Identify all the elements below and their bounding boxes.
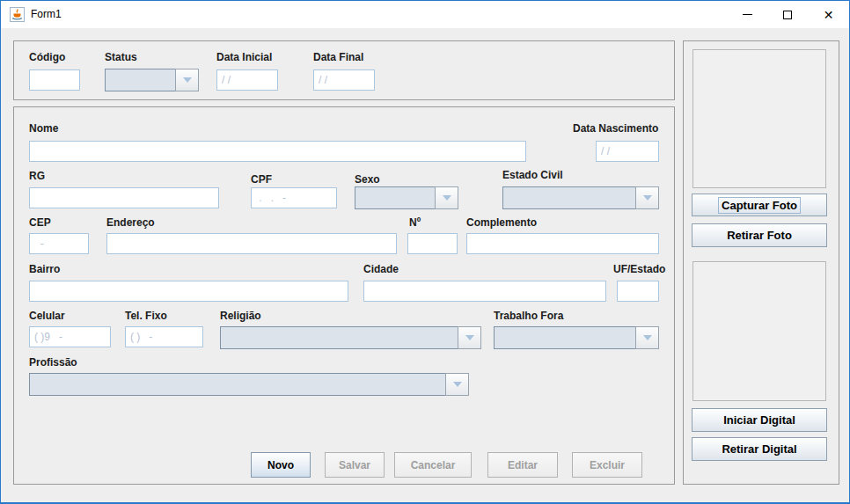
numero-label: Nº bbox=[409, 216, 421, 229]
cep-input[interactable] bbox=[29, 233, 89, 254]
trabalho-fora-combobox[interactable] bbox=[494, 326, 659, 349]
close-icon: ✕ bbox=[824, 8, 834, 22]
codigo-label: Código bbox=[29, 51, 65, 63]
profissao-combobox[interactable] bbox=[29, 373, 469, 396]
rg-label: RG bbox=[29, 170, 45, 182]
data-nascimento-label: Data Nascimento bbox=[573, 122, 658, 135]
status-label: Status bbox=[105, 51, 137, 63]
trabalho-fora-combobox-value bbox=[494, 326, 635, 349]
status-combobox[interactable] bbox=[105, 69, 199, 91]
status-combobox-button[interactable] bbox=[175, 69, 199, 91]
complemento-input[interactable] bbox=[466, 233, 659, 254]
nome-input[interactable] bbox=[29, 141, 526, 162]
tel-fixo-input[interactable] bbox=[125, 326, 203, 347]
chevron-down-icon bbox=[443, 195, 451, 201]
data-inicial-label: Data Inicial bbox=[216, 51, 272, 63]
celular-input[interactable] bbox=[29, 326, 111, 347]
religiao-combobox-button[interactable] bbox=[458, 326, 481, 349]
uf-estado-label: UF/Estado bbox=[613, 263, 665, 275]
trabalho-fora-combobox-button[interactable] bbox=[635, 326, 659, 349]
cidade-label: Cidade bbox=[363, 263, 399, 275]
numero-input[interactable] bbox=[407, 233, 458, 254]
codigo-input[interactable] bbox=[29, 69, 80, 91]
retirar-foto-button[interactable]: Retirar Foto bbox=[692, 223, 827, 247]
endereco-input[interactable] bbox=[106, 233, 397, 254]
tel-fixo-label: Tel. Fixo bbox=[125, 310, 167, 322]
cpf-label: CPF bbox=[251, 173, 272, 186]
sexo-label: Sexo bbox=[355, 173, 380, 186]
chevron-down-icon bbox=[643, 195, 652, 201]
window-title: Form1 bbox=[31, 8, 62, 20]
excluir-button[interactable]: Excluir bbox=[572, 452, 642, 478]
trabalho-fora-label: Trabalho Fora bbox=[494, 310, 563, 322]
estado-civil-combobox-button[interactable] bbox=[635, 186, 659, 209]
close-button[interactable]: ✕ bbox=[808, 1, 849, 28]
cidade-input[interactable] bbox=[363, 281, 606, 302]
chevron-down-icon bbox=[465, 335, 474, 340]
religiao-label: Religião bbox=[220, 310, 261, 322]
data-inicial-input[interactable] bbox=[216, 69, 278, 91]
complemento-label: Complemento bbox=[466, 216, 537, 229]
profissao-combobox-button[interactable] bbox=[445, 373, 469, 396]
celular-label: Celular bbox=[29, 310, 65, 322]
estado-civil-combobox-value bbox=[502, 186, 635, 209]
cpf-input[interactable] bbox=[251, 187, 337, 208]
minimize-icon bbox=[743, 14, 752, 15]
estado-civil-label: Estado Civil bbox=[502, 169, 563, 181]
bairro-input[interactable] bbox=[29, 281, 348, 302]
estado-civil-combobox[interactable] bbox=[502, 186, 659, 209]
rg-input[interactable] bbox=[29, 187, 219, 208]
uf-estado-input[interactable] bbox=[617, 281, 659, 302]
sexo-combobox[interactable] bbox=[355, 186, 458, 209]
editar-button[interactable]: Editar bbox=[487, 452, 558, 478]
cep-label: CEP bbox=[29, 216, 51, 229]
data-nascimento-input[interactable] bbox=[596, 141, 659, 162]
religiao-combobox-value bbox=[220, 326, 458, 349]
endereco-label: Endereço bbox=[106, 216, 155, 229]
photo-preview-box bbox=[692, 49, 826, 188]
capturar-foto-button[interactable]: Capturar Foto bbox=[692, 194, 827, 216]
sexo-combobox-button[interactable] bbox=[435, 186, 458, 209]
java-coffee-cup-icon bbox=[10, 7, 25, 22]
minimize-button[interactable] bbox=[728, 1, 767, 28]
profissao-combobox-value bbox=[29, 373, 445, 396]
chevron-down-icon bbox=[643, 335, 652, 340]
chevron-down-icon bbox=[183, 77, 192, 83]
form1-window: Form1 ✕ Código Status Data Inicial Data … bbox=[0, 0, 850, 504]
cancelar-button[interactable]: Cancelar bbox=[394, 452, 472, 478]
maximize-button[interactable] bbox=[767, 1, 808, 28]
iniciar-digital-button[interactable]: Iniciar Digital bbox=[692, 408, 827, 432]
capturar-foto-label: Capturar Foto bbox=[718, 197, 801, 214]
data-final-label: Data Final bbox=[313, 51, 363, 63]
fingerprint-preview-box bbox=[692, 261, 826, 401]
titlebar: Form1 ✕ bbox=[1, 1, 849, 28]
chevron-down-icon bbox=[453, 382, 462, 387]
profissao-label: Profissão bbox=[29, 356, 77, 369]
bairro-label: Bairro bbox=[29, 263, 60, 275]
maximize-icon bbox=[783, 11, 792, 19]
novo-button[interactable]: Novo bbox=[251, 452, 311, 478]
data-final-input[interactable] bbox=[313, 69, 375, 91]
nome-label: Nome bbox=[29, 122, 58, 135]
sexo-combobox-value bbox=[355, 186, 435, 209]
status-combobox-value bbox=[105, 69, 175, 91]
retirar-digital-button[interactable]: Retirar Digital bbox=[692, 437, 827, 461]
religiao-combobox[interactable] bbox=[220, 326, 481, 349]
salvar-button[interactable]: Salvar bbox=[325, 452, 385, 478]
